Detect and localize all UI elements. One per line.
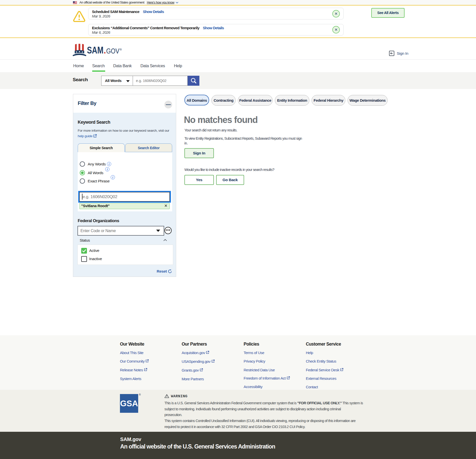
svg-text:SAM: SAM (87, 45, 103, 55)
svg-text:®: ® (120, 48, 122, 51)
svg-text:GOV: GOV (106, 47, 120, 55)
